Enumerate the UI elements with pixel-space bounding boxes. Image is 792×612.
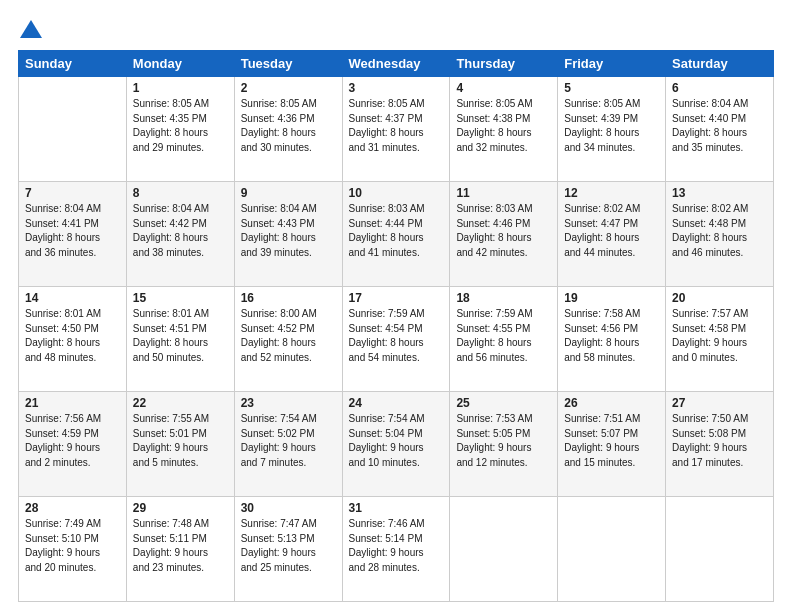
day-info: Sunrise: 7:46 AM Sunset: 5:14 PM Dayligh… (349, 517, 444, 575)
calendar-cell: 4Sunrise: 8:05 AM Sunset: 4:38 PM Daylig… (450, 77, 558, 182)
calendar-cell: 28Sunrise: 7:49 AM Sunset: 5:10 PM Dayli… (19, 497, 127, 602)
calendar-cell: 10Sunrise: 8:03 AM Sunset: 4:44 PM Dayli… (342, 182, 450, 287)
day-info: Sunrise: 8:01 AM Sunset: 4:51 PM Dayligh… (133, 307, 228, 365)
day-info: Sunrise: 7:59 AM Sunset: 4:55 PM Dayligh… (456, 307, 551, 365)
calendar-cell: 24Sunrise: 7:54 AM Sunset: 5:04 PM Dayli… (342, 392, 450, 497)
day-number: 26 (564, 396, 659, 410)
svg-marker-0 (20, 20, 42, 38)
calendar-cell: 1Sunrise: 8:05 AM Sunset: 4:35 PM Daylig… (126, 77, 234, 182)
day-number: 17 (349, 291, 444, 305)
calendar-cell: 27Sunrise: 7:50 AM Sunset: 5:08 PM Dayli… (666, 392, 774, 497)
day-number: 5 (564, 81, 659, 95)
day-number: 1 (133, 81, 228, 95)
day-info: Sunrise: 7:51 AM Sunset: 5:07 PM Dayligh… (564, 412, 659, 470)
day-number: 8 (133, 186, 228, 200)
day-info: Sunrise: 8:05 AM Sunset: 4:36 PM Dayligh… (241, 97, 336, 155)
calendar-cell: 21Sunrise: 7:56 AM Sunset: 4:59 PM Dayli… (19, 392, 127, 497)
day-number: 20 (672, 291, 767, 305)
day-info: Sunrise: 8:05 AM Sunset: 4:35 PM Dayligh… (133, 97, 228, 155)
calendar-cell: 23Sunrise: 7:54 AM Sunset: 5:02 PM Dayli… (234, 392, 342, 497)
day-number: 25 (456, 396, 551, 410)
day-number: 7 (25, 186, 120, 200)
col-header-sunday: Sunday (19, 51, 127, 77)
calendar-cell: 16Sunrise: 8:00 AM Sunset: 4:52 PM Dayli… (234, 287, 342, 392)
calendar-cell: 6Sunrise: 8:04 AM Sunset: 4:40 PM Daylig… (666, 77, 774, 182)
day-info: Sunrise: 7:50 AM Sunset: 5:08 PM Dayligh… (672, 412, 767, 470)
calendar-cell: 22Sunrise: 7:55 AM Sunset: 5:01 PM Dayli… (126, 392, 234, 497)
day-number: 10 (349, 186, 444, 200)
day-number: 12 (564, 186, 659, 200)
day-number: 18 (456, 291, 551, 305)
day-number: 24 (349, 396, 444, 410)
calendar-cell: 15Sunrise: 8:01 AM Sunset: 4:51 PM Dayli… (126, 287, 234, 392)
calendar-cell (666, 497, 774, 602)
day-info: Sunrise: 8:03 AM Sunset: 4:44 PM Dayligh… (349, 202, 444, 260)
day-number: 19 (564, 291, 659, 305)
day-info: Sunrise: 8:05 AM Sunset: 4:39 PM Dayligh… (564, 97, 659, 155)
day-number: 3 (349, 81, 444, 95)
day-info: Sunrise: 7:49 AM Sunset: 5:10 PM Dayligh… (25, 517, 120, 575)
day-info: Sunrise: 8:04 AM Sunset: 4:41 PM Dayligh… (25, 202, 120, 260)
day-number: 29 (133, 501, 228, 515)
day-number: 2 (241, 81, 336, 95)
calendar-cell: 13Sunrise: 8:02 AM Sunset: 4:48 PM Dayli… (666, 182, 774, 287)
calendar-cell: 26Sunrise: 7:51 AM Sunset: 5:07 PM Dayli… (558, 392, 666, 497)
day-number: 15 (133, 291, 228, 305)
calendar-cell: 18Sunrise: 7:59 AM Sunset: 4:55 PM Dayli… (450, 287, 558, 392)
header (18, 18, 774, 40)
col-header-friday: Friday (558, 51, 666, 77)
calendar-cell: 20Sunrise: 7:57 AM Sunset: 4:58 PM Dayli… (666, 287, 774, 392)
day-info: Sunrise: 7:59 AM Sunset: 4:54 PM Dayligh… (349, 307, 444, 365)
calendar-table: SundayMondayTuesdayWednesdayThursdayFrid… (18, 50, 774, 602)
day-number: 9 (241, 186, 336, 200)
day-info: Sunrise: 7:56 AM Sunset: 4:59 PM Dayligh… (25, 412, 120, 470)
day-number: 13 (672, 186, 767, 200)
day-number: 31 (349, 501, 444, 515)
day-number: 27 (672, 396, 767, 410)
day-number: 23 (241, 396, 336, 410)
day-number: 22 (133, 396, 228, 410)
page: SundayMondayTuesdayWednesdayThursdayFrid… (0, 0, 792, 612)
calendar-cell: 19Sunrise: 7:58 AM Sunset: 4:56 PM Dayli… (558, 287, 666, 392)
day-info: Sunrise: 8:02 AM Sunset: 4:47 PM Dayligh… (564, 202, 659, 260)
calendar-cell: 31Sunrise: 7:46 AM Sunset: 5:14 PM Dayli… (342, 497, 450, 602)
day-number: 6 (672, 81, 767, 95)
logo-icon (20, 18, 42, 40)
day-number: 28 (25, 501, 120, 515)
calendar-cell: 3Sunrise: 8:05 AM Sunset: 4:37 PM Daylig… (342, 77, 450, 182)
day-info: Sunrise: 8:00 AM Sunset: 4:52 PM Dayligh… (241, 307, 336, 365)
calendar-cell: 29Sunrise: 7:48 AM Sunset: 5:11 PM Dayli… (126, 497, 234, 602)
day-number: 16 (241, 291, 336, 305)
calendar-cell: 12Sunrise: 8:02 AM Sunset: 4:47 PM Dayli… (558, 182, 666, 287)
calendar-cell (450, 497, 558, 602)
col-header-saturday: Saturday (666, 51, 774, 77)
day-number: 30 (241, 501, 336, 515)
day-info: Sunrise: 7:54 AM Sunset: 5:04 PM Dayligh… (349, 412, 444, 470)
day-info: Sunrise: 8:04 AM Sunset: 4:40 PM Dayligh… (672, 97, 767, 155)
col-header-monday: Monday (126, 51, 234, 77)
day-number: 4 (456, 81, 551, 95)
day-info: Sunrise: 7:47 AM Sunset: 5:13 PM Dayligh… (241, 517, 336, 575)
calendar-cell: 5Sunrise: 8:05 AM Sunset: 4:39 PM Daylig… (558, 77, 666, 182)
day-info: Sunrise: 8:01 AM Sunset: 4:50 PM Dayligh… (25, 307, 120, 365)
day-info: Sunrise: 7:54 AM Sunset: 5:02 PM Dayligh… (241, 412, 336, 470)
day-info: Sunrise: 8:04 AM Sunset: 4:42 PM Dayligh… (133, 202, 228, 260)
day-info: Sunrise: 7:53 AM Sunset: 5:05 PM Dayligh… (456, 412, 551, 470)
day-info: Sunrise: 7:55 AM Sunset: 5:01 PM Dayligh… (133, 412, 228, 470)
calendar-cell: 25Sunrise: 7:53 AM Sunset: 5:05 PM Dayli… (450, 392, 558, 497)
day-info: Sunrise: 8:02 AM Sunset: 4:48 PM Dayligh… (672, 202, 767, 260)
day-number: 21 (25, 396, 120, 410)
day-info: Sunrise: 7:57 AM Sunset: 4:58 PM Dayligh… (672, 307, 767, 365)
calendar-cell: 11Sunrise: 8:03 AM Sunset: 4:46 PM Dayli… (450, 182, 558, 287)
calendar-cell: 9Sunrise: 8:04 AM Sunset: 4:43 PM Daylig… (234, 182, 342, 287)
calendar-cell: 17Sunrise: 7:59 AM Sunset: 4:54 PM Dayli… (342, 287, 450, 392)
day-info: Sunrise: 7:48 AM Sunset: 5:11 PM Dayligh… (133, 517, 228, 575)
day-info: Sunrise: 7:58 AM Sunset: 4:56 PM Dayligh… (564, 307, 659, 365)
calendar-cell: 7Sunrise: 8:04 AM Sunset: 4:41 PM Daylig… (19, 182, 127, 287)
day-info: Sunrise: 8:04 AM Sunset: 4:43 PM Dayligh… (241, 202, 336, 260)
calendar-cell: 14Sunrise: 8:01 AM Sunset: 4:50 PM Dayli… (19, 287, 127, 392)
day-info: Sunrise: 8:05 AM Sunset: 4:37 PM Dayligh… (349, 97, 444, 155)
calendar-cell: 2Sunrise: 8:05 AM Sunset: 4:36 PM Daylig… (234, 77, 342, 182)
day-number: 11 (456, 186, 551, 200)
day-number: 14 (25, 291, 120, 305)
